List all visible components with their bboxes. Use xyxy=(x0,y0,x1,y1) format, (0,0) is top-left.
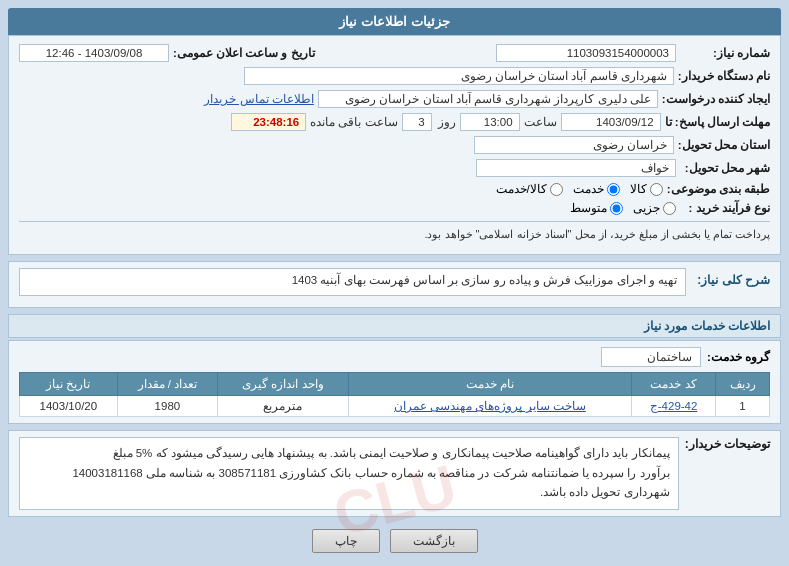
tawzih-line2: برآورد را سپرده یا ضمانتنامه شرکت در منا… xyxy=(28,464,670,484)
radio-jozi: جزیی xyxy=(633,201,676,215)
baqi-label: ساعت باقی مانده xyxy=(310,115,397,129)
tawzih-section: توضیحات خریدار: پیمانکار باید دارای گواه… xyxy=(8,430,781,517)
radio-khedmat: خدمت xyxy=(573,182,620,196)
tabaqe-label: طبقه بندی موضوعی: xyxy=(667,182,770,196)
radio-kala-khedmat-label: کالا/خدمت xyxy=(496,182,547,196)
shomara-niaz-input[interactable] xyxy=(496,44,676,62)
ostan-label: استان محل تحویل: xyxy=(678,138,770,152)
table-header-row: ردیف کد خدمت نام خدمت واحد اندازه گیری ت… xyxy=(20,373,770,396)
main-form: شماره نیاز: تاریخ و ساعت اعلان عمومی: 14… xyxy=(8,35,781,255)
table-row: 1 429-42-ج ساخت سایر پروژه‌های مهندسی عم… xyxy=(20,396,770,417)
shahr-input[interactable] xyxy=(476,159,676,177)
gorooh-row: گروه خدمت: ساختمان xyxy=(19,347,770,367)
tawzih-line1: پیمانکار باید دارای گواهینامه صلاحیت پیم… xyxy=(28,444,670,464)
row-nogh-farayand: نوع فرآیند خرید : جزیی متوسط xyxy=(19,201,770,215)
print-button[interactable]: چاپ xyxy=(312,529,380,553)
form-separator xyxy=(19,221,770,222)
nogh-farayand-label: نوع فرآیند خرید : xyxy=(680,201,770,215)
tarikh-pasokh-input[interactable] xyxy=(561,113,661,131)
radio-khedmat-label: خدمت xyxy=(573,182,604,196)
main-container: CLU جزئیات اطلاعات نیاز شماره نیاز: تاری… xyxy=(0,0,789,565)
roz-label: روز xyxy=(436,115,456,129)
col-tarikh: تاریخ نیاز xyxy=(20,373,118,396)
ijad-label: ایجاد کننده درخواست: xyxy=(662,92,770,106)
tarikh-value: 1403/09/08 - 12:46 xyxy=(19,44,169,62)
cell-radif: 1 xyxy=(716,396,770,417)
ettelaat-link[interactable]: اطلاعات تماس خریدار xyxy=(204,92,313,106)
sharh-label: شرح کلی نیاز: xyxy=(690,273,770,287)
note-text: پرداخت تمام یا بخشی از مبلغ خرید، از محل… xyxy=(424,228,770,241)
tawzih-label: توضیحات خریدار: xyxy=(685,437,770,451)
radio-motovaset-label: متوسط xyxy=(570,201,607,215)
tarikh-label: تاریخ و ساعت اعلان عمومی: xyxy=(173,46,315,60)
radio-kala-khedmat: کالا/خدمت xyxy=(496,182,563,196)
row-nam-dastgah: نام دستگاه خریدار: xyxy=(19,67,770,85)
radio-kala-input[interactable] xyxy=(650,183,663,196)
gorooh-value: ساختمان xyxy=(601,347,701,367)
roz-input[interactable] xyxy=(402,113,432,131)
table-section: گروه خدمت: ساختمان ردیف کد خدمت نام خدمت… xyxy=(8,340,781,424)
col-tedad: تعداد / مقدار xyxy=(117,373,217,396)
gorooh-label: گروه خدمت: xyxy=(707,350,770,364)
saaat-input[interactable] xyxy=(460,113,520,131)
cell-vahed: مترمربع xyxy=(218,396,349,417)
saaat-label: ساعت xyxy=(524,115,557,129)
nam-dastgah-input[interactable] xyxy=(244,67,674,85)
row-ijad: ایجاد کننده درخواست: اطلاعات تماس خریدار xyxy=(19,90,770,108)
sharh-content: تهیه و اجرای موزاییک فرش و پیاده رو سازی… xyxy=(19,268,686,296)
row-tabaqe: طبقه بندی موضوعی: کالا خدمت کالا/خدمت xyxy=(19,182,770,196)
radio-kala-label: کالا xyxy=(630,182,647,196)
page-title: جزئیات اطلاعات نیاز xyxy=(339,14,449,29)
baqi-input[interactable] xyxy=(231,113,306,131)
col-nam: نام خدمت xyxy=(348,373,631,396)
radio-jozi-input[interactable] xyxy=(663,202,676,215)
mohlat-label: مهلت ارسال پاسخ: تا xyxy=(665,115,770,129)
tabaqe-radio-group: کالا خدمت کالا/خدمت xyxy=(496,182,663,196)
row-ostan: استان محل تحویل: xyxy=(19,136,770,154)
info-section-label: اطلاعات خدمات مورد نیاز xyxy=(644,319,770,333)
col-radif: ردیف xyxy=(716,373,770,396)
services-table: ردیف کد خدمت نام خدمت واحد اندازه گیری ت… xyxy=(19,372,770,417)
sharh-row: شرح کلی نیاز: تهیه و اجرای موزاییک فرش و… xyxy=(19,268,770,296)
tawzih-row: توضیحات خریدار: پیمانکار باید دارای گواه… xyxy=(19,437,770,510)
radio-jozi-label: جزیی xyxy=(633,201,660,215)
sharh-section: شرح کلی نیاز: تهیه و اجرای موزاییک فرش و… xyxy=(8,261,781,308)
shahr-label: شهر محل تحویل: xyxy=(680,161,770,175)
nam-dastgah-label: نام دستگاه خریدار: xyxy=(678,69,770,83)
cell-tedad: 1980 xyxy=(117,396,217,417)
tawzih-content: پیمانکار باید دارای گواهینامه صلاحیت پیم… xyxy=(19,437,679,510)
shomara-niaz-label: شماره نیاز: xyxy=(680,46,770,60)
cell-nam: ساخت سایر پروژه‌های مهندسی عمران xyxy=(348,396,631,417)
radio-kala-khedmat-input[interactable] xyxy=(550,183,563,196)
cell-tarikh: 1403/10/20 xyxy=(20,396,118,417)
cell-kod: 429-42-ج xyxy=(632,396,716,417)
col-kod: کد خدمت xyxy=(632,373,716,396)
radio-kala: کالا xyxy=(630,182,663,196)
tawzih-line3: شهرداری تحویل داده باشد. xyxy=(28,483,670,503)
nogh-farayand-radio-group: جزیی متوسط xyxy=(570,201,676,215)
col-vahed: واحد اندازه گیری xyxy=(218,373,349,396)
info-section-header: اطلاعات خدمات مورد نیاز xyxy=(8,314,781,338)
radio-khedmat-input[interactable] xyxy=(607,183,620,196)
row-shahr: شهر محل تحویل: xyxy=(19,159,770,177)
radio-motovaset: متوسط xyxy=(570,201,623,215)
page-header: جزئیات اطلاعات نیاز xyxy=(8,8,781,35)
row-shomara-tarikh: شماره نیاز: تاریخ و ساعت اعلان عمومی: 14… xyxy=(19,44,770,62)
ostan-input[interactable] xyxy=(474,136,674,154)
row-mohlat: مهلت ارسال پاسخ: تا ساعت روز ساعت باقی م… xyxy=(19,113,770,131)
back-button[interactable]: بازگشت xyxy=(390,529,478,553)
row-note: پرداخت تمام یا بخشی از مبلغ خرید، از محل… xyxy=(19,228,770,241)
button-row: بازگشت چاپ xyxy=(8,523,781,557)
ijad-input[interactable] xyxy=(318,90,658,108)
radio-motovaset-input[interactable] xyxy=(610,202,623,215)
